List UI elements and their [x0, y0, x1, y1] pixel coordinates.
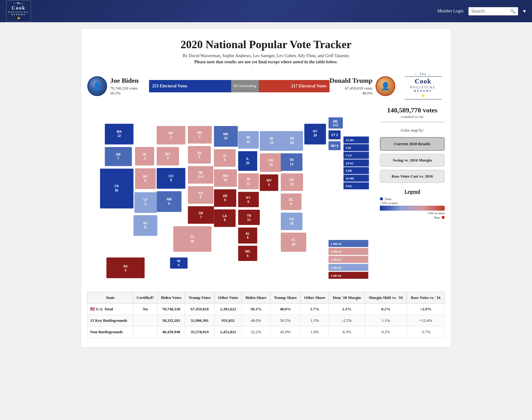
state-ne-ev: 2+3: [198, 175, 203, 178]
legend-dem-label: Dem: [380, 197, 445, 201]
state-ca-label: CA: [114, 184, 119, 188]
site-logo[interactable]: — The — Cook POLITICAL REPORT ★: [6, 0, 31, 22]
biden-avatar: 👤: [87, 76, 107, 96]
state-ia-ev: 6: [224, 158, 226, 162]
cell-biden-share-total: 50.3%: [242, 304, 270, 315]
state-ky[interactable]: [238, 192, 259, 207]
data-table: State Certified? Biden Votes Trump Votes…: [87, 292, 445, 338]
logo-report: REPORT: [8, 13, 29, 16]
state-in-label: IN: [247, 178, 250, 181]
state-fl[interactable]: [281, 233, 306, 252]
state-wv-ev: 5: [268, 183, 270, 187]
legend-section: Legend Dem +10% or more +10% or more Rep: [380, 189, 445, 219]
state-in[interactable]: [238, 174, 259, 190]
small-de-label: 3 DE: [346, 169, 352, 172]
biden-pct: 50.3%: [110, 91, 139, 96]
col-raw-votes: Raw Votes vs. '16: [407, 292, 445, 304]
state-ks[interactable]: [188, 186, 213, 204]
biden-info: 👤 Joe Biden 70,748,330 votes 50.3%: [87, 76, 139, 96]
state-wy[interactable]: [157, 147, 179, 166]
member-login-link[interactable]: Member Login: [438, 9, 463, 14]
votes-counted-sub: counted so far: [380, 114, 445, 119]
trump-name: Donald Trump: [330, 77, 372, 85]
state-il-ev: 20: [246, 162, 250, 165]
state-wv[interactable]: [260, 174, 278, 191]
state-ut-ev: 6: [145, 203, 147, 206]
candidate-biden-left: 👤 Joe Biden 70,748,330 votes 50.3%: [87, 76, 149, 96]
state-hi-ev: 4: [178, 263, 180, 267]
trump-electoral: 217 Electoral Votes: [291, 84, 326, 89]
state-pa-label: PA: [290, 137, 294, 140]
state-nc-label: NC: [290, 178, 294, 182]
btn-raw-votes[interactable]: Raw Votes Cast vs. 2016: [380, 170, 445, 183]
state-mt-ev: 3: [170, 136, 172, 139]
state-sc[interactable]: [281, 194, 301, 210]
state-al[interactable]: [238, 228, 257, 244]
biden-details: Joe Biden 70,748,330 votes 50.3%: [110, 77, 139, 96]
votes-counted-number: 140,589,770 votes: [380, 106, 445, 114]
cell-trump-votes-battleground: 31,906,301: [185, 315, 214, 326]
state-me-ev: 2+2: [333, 124, 339, 127]
btn-swing-margin[interactable]: Swing vs. 2016 Margin: [380, 154, 445, 167]
cell-biden-votes-total: 70,748,330: [157, 304, 185, 315]
state-va-ev: 13: [290, 162, 293, 166]
legend-rep-pct: +10% or more: [380, 212, 445, 215]
col-certified: Certified?: [133, 292, 157, 304]
state-ok[interactable]: [188, 206, 214, 224]
cell-trump-share-nonbattleground: 45.9%: [270, 326, 300, 338]
state-tn-ev: 11: [247, 218, 251, 221]
rep-label-text: Rep: [434, 216, 440, 219]
state-id[interactable]: [135, 147, 154, 166]
cell-raw-votes-nonbattleground: -3.7%: [407, 326, 445, 338]
state-mt[interactable]: [157, 126, 185, 145]
btn-current-results[interactable]: Current 2020 Results: [380, 137, 445, 151]
state-sd-ev: 3: [198, 155, 200, 159]
state-pa-ev: 20: [290, 141, 294, 145]
legend-gradient: Dem +10% or more +10% or more Rep: [380, 197, 445, 219]
state-tx-label: TX: [190, 235, 194, 239]
state-me-label: ME: [333, 120, 338, 123]
cell-other-share-battleground: 1.5%: [301, 315, 329, 326]
state-tx[interactable]: [173, 226, 211, 252]
small-dc-label: 3 DC: [346, 185, 352, 188]
state-ms[interactable]: [238, 246, 257, 261]
cell-margin-shift-total: 0.2%: [365, 304, 407, 315]
state-ny-ev: 29: [314, 134, 317, 137]
state-wa-label: WA: [117, 130, 122, 133]
main-content: 2020 National Popular Vote Tracker By Da…: [81, 28, 451, 347]
state-ga-ev: 16: [290, 222, 293, 225]
logo-area: — The — Cook POLITICAL REPORT ★: [6, 0, 31, 22]
trump-details: Donald Trump 67,459,818 votes 48.0%: [330, 77, 372, 96]
state-oh-label: OH: [268, 159, 273, 162]
state-ak-ev: 3: [125, 269, 127, 272]
bar-biden: 253 Electoral Votes: [149, 80, 231, 92]
state-hi-label: HI: [177, 259, 180, 263]
cell-margin-shift-nonbattleground: 0.2%: [365, 326, 407, 338]
small-me01-label: 1 ME-01: [331, 242, 342, 246]
table-header-row: State Certified? Biden Votes Trump Votes…: [88, 292, 445, 304]
state-sd[interactable]: [188, 146, 211, 164]
map-container: .biden-dark { fill: #1a3a9e; } .biden-mi…: [87, 106, 374, 286]
state-tn[interactable]: [238, 210, 260, 225]
state-ga-label: GA: [289, 217, 294, 221]
header-right: Member Login 🔍 ▾: [438, 7, 526, 15]
cell-trump-share-total: 48.0%: [270, 304, 300, 315]
trump-avatar: 👤: [376, 76, 395, 96]
legend-gradient-bar: [380, 206, 445, 211]
trump-pct: 48.0%: [330, 91, 372, 96]
dropdown-arrow-icon[interactable]: ▾: [523, 8, 526, 15]
col-state: State: [88, 292, 133, 304]
logo-cook: Cook: [8, 5, 29, 11]
state-nm-ev: 5: [168, 202, 170, 205]
state-mi-ev: 16: [270, 141, 273, 145]
state-nh-label: NH 4: [331, 144, 338, 148]
search-box[interactable]: 🔍: [468, 7, 518, 15]
state-oh[interactable]: [260, 153, 282, 172]
state-il[interactable]: [238, 151, 257, 171]
state-or[interactable]: [105, 147, 132, 166]
state-mn-ev: 10: [224, 136, 228, 140]
search-input[interactable]: [471, 9, 508, 14]
outstanding-label: 68 Outstanding: [234, 84, 256, 88]
logo-the: — The —: [8, 2, 29, 5]
state-ia-label: IA: [223, 154, 227, 158]
